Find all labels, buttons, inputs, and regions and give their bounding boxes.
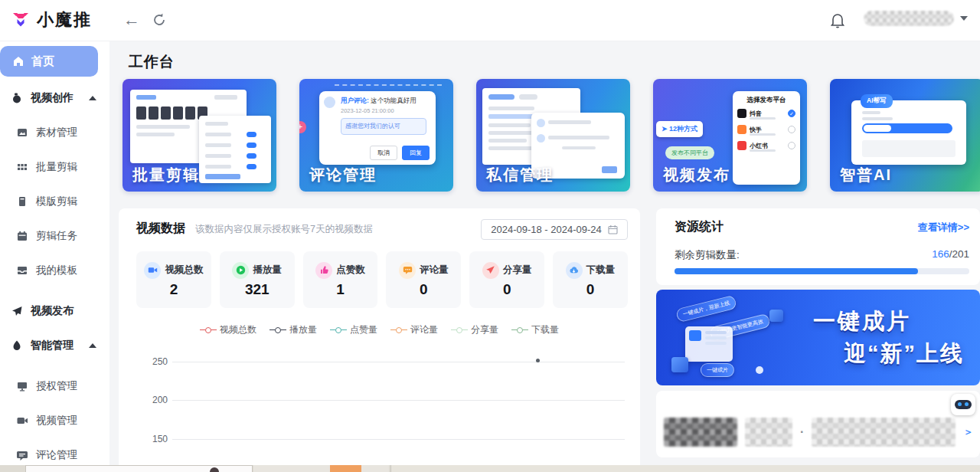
sidebar-item-video-publish[interactable]: 视频发布 [0,293,109,328]
banner-headline-1: 一键成片 [813,306,911,337]
ai-panel: AI帮写 [851,100,966,165]
card-title: 批量剪辑 [132,165,200,185]
gridline [172,400,625,401]
legend-item[interactable]: 评论量 [390,323,438,336]
platform-row-kuaishou: 快手 [737,125,795,134]
sidebar-item-video-creation[interactable]: 视频创作 [0,80,109,115]
sidebar-item-batch-edit[interactable]: 批量剪辑 [0,149,109,184]
comment-dialog: 用户评论: 这个功能真好用 2023-12-05 21:00:00 感谢您对我们… [319,91,436,165]
taskbar-segment[interactable] [361,465,389,472]
sidebar-item-smart-manage[interactable]: 智能管理 [0,328,109,362]
workbench-card-video-publish[interactable]: ➤ 12种方式 发布不同平台 选择发布平台 抖音 ✓ 快手 小红书 [653,79,807,192]
comment-icon [399,262,416,279]
cancel-button: 取消 [370,146,397,160]
robot-assistant-icon[interactable] [951,394,975,415]
sidebar-item-video-manage[interactable]: 视频管理 [0,403,109,438]
section-subtitle: 该数据内容仅展示授权账号7天的视频数据 [195,223,373,236]
bell-icon[interactable] [828,11,847,29]
logo-text: 小魔推 [37,8,92,31]
sidebar-item-label: 授权管理 [36,379,77,393]
promo-banner[interactable]: 一键成片，迎新上线 AI助力更智能更高效 一键成片 一键成片 迎“新”上线 [656,290,980,385]
back-arrow-icon[interactable]: ← [121,9,142,31]
view-details-link[interactable]: 查看详情>> [918,221,969,234]
banner-headline-2: 迎“新”上线 [844,339,964,369]
sidebar-item-material[interactable]: 素材管理 [0,115,109,149]
sidebar-item-edit-task[interactable]: 剪辑任务 [0,218,109,253]
workbench-card-comment-manage[interactable]: + 用户评论: 这个功能真好用 2023-12-05 21:00:00 感谢您对… [299,79,453,192]
cloud-download-icon [566,262,583,279]
refresh-icon[interactable] [149,9,170,31]
legend-item[interactable]: 分享量 [451,323,498,336]
legend-item[interactable]: 下载量 [511,323,559,336]
masked-text-block [664,418,737,447]
ai-textarea [862,140,956,157]
taskbar-window[interactable] [25,465,253,472]
comment-text: 这个功能真好用 [371,97,416,104]
video-icon [144,262,161,279]
y-tick: 200 [142,395,168,405]
card-illustration-popup [199,116,271,183]
sidebar-item-template-edit[interactable]: 模版剪辑 [0,184,109,218]
workbench-card-zhipu-ai[interactable]: AI帮写 智普AI [830,79,980,192]
card-title: 评论管理 [309,165,377,185]
tag-multi-platform: 发布不同平台 [665,146,714,159]
sidebar-item-auth-manage[interactable]: 授权管理 [0,369,109,403]
y-tick: 150 [142,434,168,444]
legend-item[interactable]: 播放量 [270,323,317,336]
taskbar-segment-orange[interactable] [330,465,361,472]
sidebar-item-home[interactable]: 首页 [0,46,98,77]
comment-bubble-icon [16,449,28,461]
template-icon [16,195,28,208]
taskbar-app-icon [210,467,219,472]
app-root: 小魔推 ← 首页 视频创作 [0,0,980,472]
plus-icon: + [299,121,306,133]
gridline [172,362,625,362]
stat-likes: 点赞数 1 [303,251,378,308]
workbench-card-batch-edit[interactable]: 批量剪辑 [122,79,276,192]
paper-plane-icon [11,305,23,317]
home-icon [12,55,24,67]
legend-item[interactable]: 视频总数 [200,323,256,336]
video-camera-icon [16,415,28,427]
banner-cube [671,357,688,372]
sidebar-item-label: 模版剪辑 [36,195,77,208]
sidebar: 首页 视频创作 素材管理 批量剪辑 模版剪辑 剪辑任务 [0,41,109,472]
section-title: 资源统计 [675,219,724,235]
stat-video-total: 视频总数 2 [136,251,211,308]
account-menu[interactable] [864,11,968,26]
comment-time: 2023-12-05 21:00:00 [341,107,430,114]
masked-text-block [745,418,792,447]
progress-fill [675,268,918,274]
legend-marker [390,326,407,333]
caret-down-icon [960,16,968,21]
grid-icon [16,161,28,173]
legend-marker [270,326,286,333]
taskbar-segment[interactable] [253,465,330,472]
legend-marker [511,326,528,333]
workbench-card-dm-manage[interactable]: 私信管理 [476,79,630,192]
tag-12-ways: ➤ 12种方式 [656,121,703,137]
taskbar-segment[interactable] [390,465,980,472]
radio-icon [788,142,795,149]
date-range-value: 2024-09-18 - 2024-09-24 [491,224,602,235]
banner-cube [769,310,783,322]
avatar [324,97,335,108]
legend-item[interactable]: 点赞量 [330,323,377,336]
sidebar-item-label: 智能管理 [31,339,74,352]
platform-subtext [750,117,776,120]
sidebar-item-label: 剪辑任务 [36,229,77,243]
thumb-up-icon [315,262,332,279]
drop-icon [11,339,23,352]
calendar-small-icon [608,225,618,234]
legend-marker [200,326,217,333]
date-range-picker[interactable]: 2024-09-18 - 2024-09-24 [481,219,628,240]
banner-pill: 一键成片 [701,363,734,377]
sidebar-item-my-templates[interactable]: 我的模板 [0,253,109,287]
reply-box: 感谢您对我们的认可 [341,118,426,135]
sidebar-item-label: 首页 [31,54,54,69]
gridline [172,439,625,440]
platform-subtext [750,149,776,152]
account-name-masked [864,11,954,26]
banner-pill: 一键成片，迎新上线 [675,295,737,323]
app-logo[interactable]: 小魔推 [11,8,92,31]
